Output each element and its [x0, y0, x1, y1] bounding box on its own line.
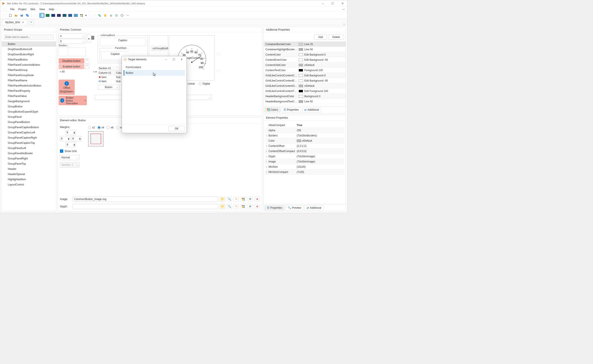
property-row[interactable]: Glyph(TdxSkinImage) — [265, 154, 344, 159]
image-path-input[interactable]: Common\Button_Image.svg — [73, 196, 218, 202]
find-button[interactable]: 🔍 — [227, 196, 232, 202]
radio-x4[interactable]: x4 — [98, 126, 104, 129]
color-grid-button[interactable] — [241, 196, 246, 202]
save-button[interactable] — [19, 13, 24, 18]
property-row[interactable]: GridLikeControlContentColorEdit Backgrou… — [264, 73, 346, 78]
edit-button[interactable]: ✎ — [234, 204, 239, 209]
property-row[interactable]: ContentOffset(2;2;2;2) — [265, 143, 344, 149]
list-item[interactable]: FilterPanelGroupNode — [2, 73, 56, 78]
property-row[interactable]: ContentOffsetCompact(0;0;0;0) — [265, 149, 344, 154]
palette-swatch[interactable] — [62, 13, 67, 18]
menu-help[interactable]: Help — [47, 7, 56, 12]
dialog-minimize[interactable]: ─ — [163, 58, 169, 61]
list-item[interactable]: GroupPanelCaptionTop — [2, 140, 56, 146]
margin-left-input[interactable]: 8▴▾ — [60, 136, 70, 141]
browse-button[interactable]: 📁 — [220, 196, 225, 202]
list-item[interactable]: FilterPanelCustomizeButton — [2, 62, 56, 67]
property-row[interactable]: Alpha255 — [265, 128, 344, 133]
radio-digital[interactable]: Digital — [199, 82, 210, 85]
dialog-maximize[interactable]: ☐ — [170, 58, 177, 61]
ok-button[interactable]: OK — [168, 126, 185, 131]
toolbar-overflow[interactable]: ⋯ — [125, 13, 130, 18]
delete-button[interactable]: Delete — [328, 34, 344, 40]
menu-view[interactable]: View — [38, 7, 47, 12]
color-grid-button[interactable] — [79, 13, 84, 18]
dialog-titlebar[interactable]: Target elements ─ ☐ ✕ — [122, 56, 187, 63]
additional-properties-table[interactable]: ContainerBorderColorLine 25ContainerHigh… — [264, 42, 346, 106]
palette-swatch[interactable] — [51, 13, 56, 18]
property-row[interactable]: ContainerHighlightBorderColorLine 50 — [264, 47, 346, 52]
menu-overflow-button[interactable]: ⋯ — [339, 8, 347, 11]
palette-swatch[interactable] — [74, 13, 78, 18]
list-item[interactable]: DropDownButtonRight — [2, 52, 56, 57]
hand-tool-button[interactable]: ✋ — [103, 13, 108, 18]
tab-properties[interactable]: ☰Properties — [281, 107, 301, 112]
margin-top-input[interactable]: 8▴▾ — [66, 130, 76, 135]
tool-button[interactable] — [108, 13, 113, 18]
tab-additional[interactable]: ⇄Additional — [302, 107, 321, 112]
menu-skin[interactable]: Skin — [29, 7, 37, 12]
list-item[interactable]: GroupPanelCaptionBottom — [2, 125, 56, 130]
target-button[interactable] — [120, 13, 124, 18]
combo-a[interactable]: A ⌄ — [59, 34, 86, 38]
property-row[interactable]: HeaderBackgroundColorBackground 0 — [264, 94, 346, 99]
new-button[interactable] — [8, 13, 13, 18]
combo-zero[interactable]: 0⌄ — [59, 39, 86, 44]
dialog-list[interactable]: FormContentButton — [122, 63, 187, 124]
clear-button[interactable]: ✕ — [255, 204, 260, 209]
list-item[interactable]: GroupPanelNoBorder — [2, 151, 56, 156]
property-row[interactable]: ColorclDefault — [265, 138, 344, 143]
tab-add-button[interactable]: + — [29, 20, 34, 25]
list-item[interactable]: FilterPanelName — [2, 78, 56, 83]
save-all-button[interactable] — [25, 13, 30, 18]
margin-bottom-input[interactable]: 8▴▾ — [66, 142, 76, 147]
list-item[interactable]: GroupButton — [2, 104, 56, 109]
enabled-button[interactable]: Enabled button — [59, 64, 84, 69]
spin-up[interactable]: ˄ — [85, 58, 89, 64]
product-groups-list[interactable]: ButtonDropDownButtonLeftDropDownButtonRi… — [2, 41, 56, 211]
property-row[interactable]: ContentColorEdit Background 0 — [264, 52, 346, 57]
list-item[interactable]: GroupPanelTop — [2, 161, 56, 166]
minimize-button[interactable]: ─ — [318, 0, 328, 7]
property-row[interactable]: Image(TdxSkinImage) — [265, 159, 344, 164]
list-item[interactable]: GaugeBackground — [2, 99, 56, 104]
radio-x2[interactable]: x2 — [88, 126, 95, 129]
spin-down[interactable]: ˅ — [85, 64, 89, 69]
tabs-overflow[interactable]: ⌄ — [341, 22, 347, 25]
list-item[interactable]: DropDownButtonLeft — [2, 47, 56, 52]
add-button[interactable]: Add — [314, 34, 327, 40]
list-item[interactable]: FilterPanelNodeActionButton — [2, 83, 56, 88]
open-button[interactable] — [14, 13, 19, 18]
property-row[interactable]: ContentOddColorclDefault — [264, 63, 346, 68]
close-button[interactable]: ✕ — [337, 0, 347, 7]
reload-button[interactable]: ⟳ — [248, 204, 253, 209]
property-row[interactable]: ContentEvenColorEdit Background -50 — [264, 57, 346, 63]
list-item[interactable]: Button — [2, 41, 56, 47]
list-item[interactable]: GroupPanelCaptionLeft — [2, 130, 56, 135]
palette-swatch[interactable] — [40, 13, 44, 18]
button-description[interactable]: i Button Button Description ▾ — [59, 96, 87, 105]
prev-icon[interactable]: ◂ — [93, 70, 94, 73]
list-item[interactable]: HighlightedItem — [2, 177, 56, 182]
prev-icon[interactable]: ◂ — [60, 70, 61, 73]
list-item[interactable]: GroupPanelBottom — [2, 119, 56, 125]
palette-swatch[interactable] — [45, 13, 50, 18]
browse-button[interactable]: 📁 — [220, 204, 225, 209]
next-icon[interactable]: ▸ — [95, 70, 97, 73]
list-item[interactable]: GroupPanelLeft — [2, 146, 56, 151]
property-row[interactable]: ContainerBorderColorLine 25 — [264, 42, 346, 47]
tab-additional[interactable]: ⇄Additional — [304, 205, 324, 210]
normal-combo[interactable]: Normal⌄ — [60, 155, 80, 160]
tab-preview[interactable]: 🔍Preview — [285, 205, 304, 210]
list-item[interactable]: FilterPanelValue — [2, 93, 56, 99]
property-row[interactable]: MinSize(10x26) — [265, 164, 344, 169]
plugin-button[interactable] — [97, 13, 102, 18]
trash-icon[interactable] — [91, 36, 94, 40]
office-dropdown-button[interactable]: i Office DropDown▾ — [59, 80, 75, 95]
property-row[interactable]: GridLikeControlContentEvenColorEdit Back… — [264, 78, 346, 83]
target-item[interactable]: FormContent — [124, 65, 185, 70]
tab-colors[interactable]: Colors — [265, 107, 280, 112]
menu-project[interactable]: Project — [16, 7, 28, 12]
refresh-button[interactable] — [114, 13, 119, 18]
tab-properties[interactable]: ☰Properties — [265, 205, 284, 210]
